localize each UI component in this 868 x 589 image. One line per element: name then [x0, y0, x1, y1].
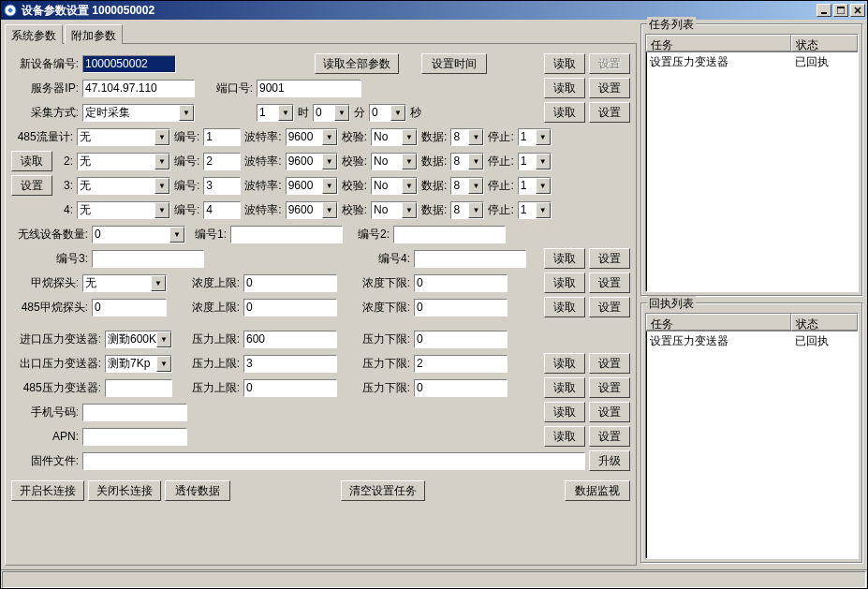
read-all-button[interactable]: 读取全部参数 [315, 53, 399, 74]
minute-select[interactable]: 0▼ [313, 104, 350, 122]
col-status[interactable]: 状态 [791, 35, 858, 52]
read-button[interactable]: 读取 [544, 297, 585, 317]
server-ip-input[interactable] [82, 80, 195, 97]
methane485-upper-input[interactable] [243, 299, 337, 317]
open-conn-button[interactable]: 开启长连接 [11, 480, 84, 501]
set-button[interactable]: 设置 [589, 377, 630, 398]
col-task[interactable]: 任务 [646, 314, 791, 331]
pressure485-upper-input[interactable] [243, 379, 337, 397]
flow-no-input-3[interactable] [203, 201, 241, 219]
seq4-input[interactable] [414, 250, 526, 268]
collect-mode-select[interactable]: 定时采集▼ [82, 104, 195, 122]
out-pressure-upper-input[interactable] [243, 355, 337, 373]
flow-baud-select-1[interactable]: 9600▼ [286, 153, 338, 170]
flow-data-select-3[interactable]: 8▼ [450, 201, 484, 219]
phone-input[interactable] [82, 404, 187, 421]
pressure485-input[interactable] [105, 379, 172, 397]
read-button[interactable]: 读取 [544, 102, 585, 123]
col-status[interactable]: 状态 [791, 314, 858, 331]
flow-data-select-1[interactable]: 8▼ [450, 153, 484, 170]
status-bar [1, 569, 867, 588]
chevron-down-icon: ▼ [536, 154, 551, 169]
maximize-button[interactable] [833, 4, 848, 17]
minimize-button[interactable] [817, 4, 831, 17]
in-pressure-select[interactable]: 测勤600Kp▼ [105, 331, 172, 348]
out-pressure-select[interactable]: 测勤7Kp▼ [105, 355, 172, 373]
apn-input[interactable] [82, 428, 187, 446]
set-button[interactable]: 设置 [589, 248, 630, 269]
seq3-input[interactable] [92, 250, 204, 268]
flow-no-input-1[interactable] [203, 153, 241, 170]
flow-data-select-0[interactable]: 8▼ [450, 128, 484, 146]
read-button[interactable]: 读取 [544, 78, 585, 98]
read-button[interactable]: 读取 [544, 248, 585, 269]
read-button[interactable]: 读取 [544, 402, 585, 422]
flow-check-select-0[interactable]: No▼ [371, 128, 418, 146]
task-listview[interactable]: 任务 状态 设置压力变送器已回执 [645, 34, 859, 292]
set-button[interactable]: 设置 [589, 102, 630, 123]
out-pressure-lower-input[interactable] [414, 355, 508, 373]
set-button[interactable]: 设置 [589, 402, 630, 422]
receipt-listview[interactable]: 任务 状态 设置压力变送器已回执 [645, 313, 859, 559]
set-button: 设置 [589, 53, 630, 74]
close-conn-button[interactable]: 关闭长连接 [88, 480, 161, 501]
col-task[interactable]: 任务 [646, 35, 791, 52]
data-monitor-button[interactable]: 数据监视 [565, 480, 630, 501]
flow-baud-select-0[interactable]: 9600▼ [286, 128, 338, 146]
flow-type-select-2[interactable]: 无▼ [77, 177, 170, 195]
flow-type-select-0[interactable]: 无▼ [77, 128, 170, 146]
flow-no-input-0[interactable] [203, 128, 241, 146]
tab-system[interactable]: 系统参数 [5, 24, 63, 44]
read-button[interactable]: 读取 [544, 426, 585, 447]
flow-baud-select-2[interactable]: 9600▼ [286, 177, 338, 195]
methane485-input[interactable] [92, 299, 167, 317]
flow-type-select-3[interactable]: 无▼ [77, 201, 170, 219]
read-button[interactable]: 读取 [544, 377, 585, 398]
set-button[interactable]: 设置 [589, 353, 630, 374]
upgrade-button[interactable]: 升级 [589, 450, 630, 471]
set-button[interactable]: 设置 [589, 426, 630, 447]
in-pressure-upper-input[interactable] [243, 331, 337, 348]
receipt-list-title: 回执列表 [647, 296, 696, 312]
flow-stop-select-2[interactable]: 1▼ [518, 177, 552, 195]
methane-lower-input[interactable] [414, 274, 508, 292]
second-select[interactable]: 0▼ [369, 104, 406, 122]
flow-data-select-2[interactable]: 8▼ [450, 177, 484, 195]
flow-stop-select-0[interactable]: 1▼ [518, 128, 552, 146]
clear-tasks-button[interactable]: 清空设置任务 [341, 480, 425, 501]
flow-no-input-2[interactable] [203, 177, 241, 195]
close-button[interactable] [850, 4, 865, 17]
methane-upper-input[interactable] [243, 274, 337, 292]
flow-stop-select-1[interactable]: 1▼ [518, 153, 552, 170]
trans-data-button[interactable]: 透传数据 [165, 480, 230, 501]
read-button[interactable]: 读取 [544, 353, 585, 374]
flow-read-button[interactable]: 读取 [11, 151, 52, 171]
read-button[interactable]: 读取 [544, 53, 585, 74]
set-button[interactable]: 设置 [589, 272, 630, 293]
list-item[interactable]: 设置压力变送器已回执 [646, 331, 858, 351]
in-pressure-lower-input[interactable] [414, 331, 508, 348]
methane485-lower-input[interactable] [414, 299, 508, 317]
set-button[interactable]: 设置 [589, 78, 630, 98]
set-button[interactable]: 设置 [589, 297, 630, 317]
flow-check-select-2[interactable]: No▼ [371, 177, 418, 195]
list-item[interactable]: 设置压力变送器已回执 [646, 52, 858, 72]
wireless-count-select[interactable]: 0▼ [92, 226, 185, 243]
device-no-input[interactable] [82, 55, 176, 73]
tab-extra[interactable]: 附加参数 [65, 24, 123, 44]
flow-check-select-1[interactable]: No▼ [371, 153, 418, 170]
flow-baud-select-3[interactable]: 9600▼ [286, 201, 338, 219]
set-time-button[interactable]: 设置时间 [421, 53, 487, 74]
pressure485-lower-input[interactable] [414, 379, 508, 397]
port-input[interactable] [257, 80, 361, 97]
seq1-input[interactable] [230, 226, 343, 243]
methane-select[interactable]: 无▼ [82, 274, 167, 292]
hour-select[interactable]: 1▼ [257, 104, 294, 122]
firmware-input[interactable] [82, 452, 585, 470]
seq2-input[interactable] [393, 226, 506, 243]
flow-stop-select-3[interactable]: 1▼ [518, 201, 552, 219]
read-button[interactable]: 读取 [544, 272, 585, 293]
flow-check-select-3[interactable]: No▼ [371, 201, 418, 219]
flow-set-button[interactable]: 设置 [11, 175, 52, 196]
flow-type-select-1[interactable]: 无▼ [77, 153, 170, 170]
